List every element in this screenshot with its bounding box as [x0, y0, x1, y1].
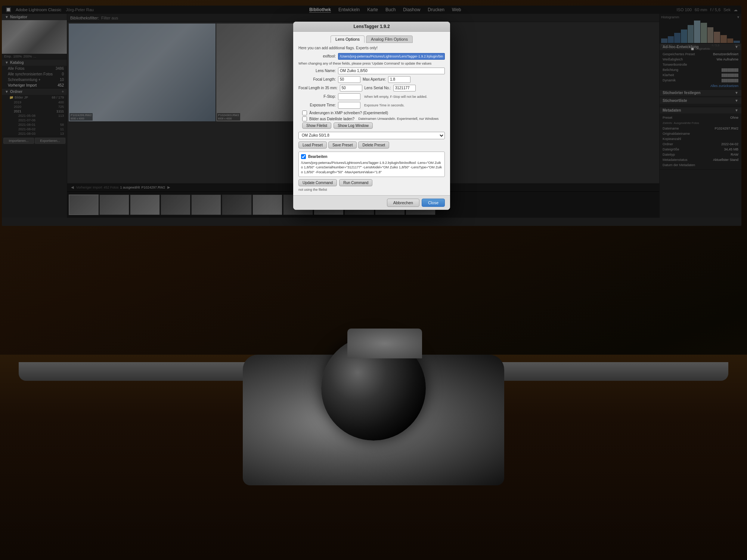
load-preset-button[interactable]: Load Preset [298, 141, 327, 149]
checkbox-xmp-row: Änderungen in XMP schreiben? (Experiment… [298, 111, 445, 115]
exposure-label: Exposure Time: [298, 103, 336, 107]
bearbeiten-header: Bearbeiten [301, 154, 442, 159]
focal-35mm-input[interactable] [340, 85, 362, 91]
fstop-input[interactable] [338, 93, 360, 100]
lens-serial-input[interactable] [393, 85, 416, 91]
show-filelist-button[interactable]: Show Filelist [302, 122, 331, 129]
checkbox-xmp[interactable] [302, 111, 307, 115]
laptop-base [19, 362, 728, 381]
bearbeiten-checkbox[interactable] [301, 154, 306, 159]
close-button[interactable]: Close [422, 199, 445, 207]
lens-name-input[interactable] [338, 68, 445, 74]
save-preset-button[interactable]: Save Preset [328, 141, 357, 149]
dialog-description: Here you can add additional flags. Exper… [298, 46, 445, 50]
fstop-note: When left empty, F-Stop will not be adde… [364, 95, 427, 99]
dialog-titlebar: LensTagger 1.9.2 [293, 22, 450, 32]
exiftool-label: exiftool: [298, 54, 336, 58]
focal-length-label: Focal Length: [298, 77, 336, 81]
table-surface [0, 355, 747, 560]
checkbox-dateinamen-label: Dateinamen Umwandeln. Experimentell, nur… [358, 117, 438, 121]
preset-dropdown-row: OM Zuiko 50/1.8 [298, 132, 445, 139]
focal-aperture-row: Focal Length: Max Aperture: [298, 76, 445, 83]
lenstagger-dialog: LensTagger 1.9.2 Lens Options Analog Fil… [293, 22, 450, 210]
exposure-note: Exposure Time in seconds. [364, 103, 405, 107]
checkbox-bilder-label: Bilder aus Dateiliste laden? [309, 117, 354, 121]
focal-35mm-label: Focal Length in 35 mm: [298, 86, 338, 90]
abbrechen-button[interactable]: Abbrechen [387, 199, 419, 207]
max-aperture-label: Max Aperture: [363, 77, 386, 81]
lens-serial-label: Lens Serial No.: [365, 86, 391, 90]
bearbeiten-label: Bearbeiten [308, 155, 328, 159]
exiftool-input[interactable] [338, 53, 445, 60]
checkbox-xmp-label: Änderungen in XMP schreiben? (Experiment… [309, 111, 388, 115]
tab-analog-film[interactable]: Analog Film Options [366, 35, 413, 43]
preset-dropdown[interactable]: OM Zuiko 50/1.8 [298, 132, 445, 139]
max-aperture-input[interactable] [388, 76, 410, 83]
exiftool-row: exiftool: [298, 53, 445, 60]
filelist-log-row: Show Filelist Show Log Window [298, 122, 445, 129]
dialog-tabs: Lens Options Analog Film Options [298, 35, 445, 43]
exposure-input[interactable] [338, 102, 360, 109]
exposure-row: Exposure Time: Exposure Time in seconds. [298, 102, 445, 109]
dialog-title: LensTagger 1.9.2 [353, 24, 390, 29]
update-command-button[interactable]: Update Command [298, 179, 337, 186]
delete-preset-button[interactable]: Delete Preset [358, 141, 389, 149]
checkbox-bilder[interactable] [302, 116, 307, 121]
dialog-overlay: LensTagger 1.9.2 Lens Options Analog Fil… [2, 6, 741, 226]
fstop-row: F-Stop: When left empty, F-Stop will not… [298, 93, 445, 100]
checkbox-bilder-row: Bilder aus Dateiliste laden? Dateinamen … [298, 116, 445, 121]
command-text: /Users/jorg-peterrau/Pictures/Lightroom/… [301, 161, 442, 175]
fstop-label: F-Stop: [298, 94, 336, 99]
not-using-note: not using the filelist [298, 188, 445, 192]
lightroom-ui: 🔲 Adobe Lightroom Classic Jörg-Peter Rau… [2, 6, 741, 226]
update-notice: When changing any of these fields, pleas… [298, 62, 445, 65]
lens-name-row: Lens Name: [298, 68, 445, 74]
lens-name-label: Lens Name: [298, 69, 336, 73]
bearbeiten-section: Bearbeiten /Users/jorg-peterrau/Pictures… [298, 152, 445, 177]
focal35-serial-row: Focal Length in 35 mm: Lens Serial No.: [298, 85, 445, 91]
laptop-screen: 🔲 Adobe Lightroom Classic Jörg-Peter Rau… [2, 6, 741, 226]
tab-lens-options[interactable]: Lens Options [331, 35, 365, 43]
command-buttons-row: Update Command Run Command [298, 179, 445, 186]
dialog-content: Lens Options Analog Film Options Here yo… [293, 32, 450, 196]
preset-buttons-row: Load Preset Save Preset Delete Preset [298, 141, 445, 149]
focal-length-input[interactable] [338, 76, 360, 83]
dialog-footer: Abbrechen Close [293, 195, 450, 210]
run-command-button[interactable]: Run Command [339, 179, 372, 186]
show-log-window-button[interactable]: Show Log Window [334, 122, 373, 129]
